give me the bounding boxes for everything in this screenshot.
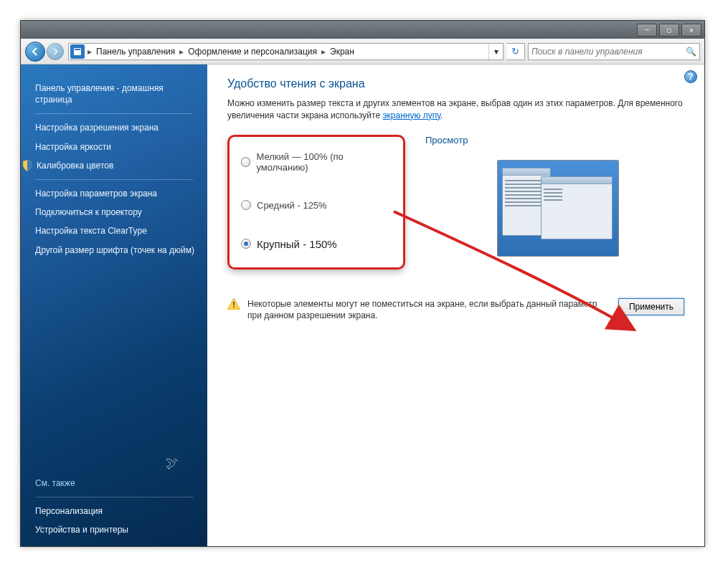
minimize-button[interactable]: ─: [637, 24, 657, 37]
sidebar-see-also-personalization[interactable]: Персонализация: [35, 502, 207, 520]
sidebar-item-display-settings[interactable]: Настройка параметров экрана: [35, 184, 207, 203]
radio-icon: [241, 200, 251, 210]
address-bar[interactable]: ▸ Панель управления ▸ Оформление и персо…: [68, 43, 504, 60]
bird-icon: 🕊: [166, 456, 179, 471]
sidebar: Панель управления - домашняя страница На…: [21, 65, 207, 546]
forward-button[interactable]: [47, 43, 64, 60]
radio-icon: [241, 239, 251, 249]
window-body: Панель управления - домашняя страница На…: [21, 65, 704, 546]
control-panel-window: ─ ▢ ✕ ▸ Панель управления ▸ Оформление и…: [20, 20, 705, 547]
nav-bar: ▸ Панель управления ▸ Оформление и персо…: [21, 39, 704, 65]
address-dropdown[interactable]: ▾: [488, 44, 503, 59]
warning-row: ! Некоторые элементы могут не поместитьс…: [227, 298, 684, 323]
breadcrumb-item[interactable]: Оформление и персонализация: [185, 47, 320, 57]
help-icon[interactable]: ?: [684, 70, 697, 83]
sidebar-item-label: Калибровка цветов: [37, 160, 113, 171]
sidebar-item-resolution[interactable]: Настройка разрешения экрана: [35, 118, 207, 137]
warning-icon: !: [227, 298, 240, 310]
maximize-button[interactable]: ▢: [659, 24, 679, 37]
titlebar: ─ ▢ ✕: [21, 21, 704, 39]
dpi-options-group: Мелкий — 100% (по умолчанию) Средний - 1…: [227, 135, 405, 270]
arrow-right-icon: [52, 48, 59, 55]
warning-text: Некоторые элементы могут не поместиться …: [247, 298, 604, 323]
radio-label: Средний - 125%: [257, 200, 327, 211]
arrow-left-icon: [31, 47, 39, 56]
radio-small[interactable]: Мелкий — 100% (по умолчанию): [241, 151, 392, 173]
page-title: Удобство чтения с экрана: [227, 77, 684, 90]
sidebar-item-projector[interactable]: Подключиться к проектору: [35, 203, 207, 221]
page-description: Можно изменить размер текста и других эл…: [227, 97, 684, 122]
chevron-right-icon: ▸: [86, 47, 93, 57]
search-icon: 🔍: [686, 47, 696, 57]
see-also-label: См. также: [35, 478, 207, 488]
radio-icon: [241, 157, 250, 167]
radio-medium[interactable]: Средний - 125%: [241, 200, 392, 211]
magnifier-link[interactable]: экранную лупу: [382, 110, 440, 120]
chevron-right-icon: ▸: [178, 47, 185, 57]
search-input[interactable]: [531, 47, 686, 57]
breadcrumb-item[interactable]: Панель управления: [93, 47, 178, 57]
sidebar-item-custom-dpi[interactable]: Другой размер шрифта (точек на дюйм): [35, 241, 207, 259]
separator: [35, 497, 193, 497]
sidebar-item-calibration[interactable]: Калибровка цветов: [22, 156, 207, 175]
main-content: ? Удобство чтения с экрана Можно изменит…: [207, 65, 704, 546]
breadcrumb-item[interactable]: Экран: [327, 47, 357, 57]
search-box[interactable]: 🔍: [528, 43, 700, 60]
refresh-button[interactable]: ↻: [506, 43, 525, 60]
radio-label: Крупный - 150%: [257, 238, 337, 250]
chevron-right-icon: ▸: [320, 47, 327, 57]
radio-large[interactable]: Крупный - 150%: [241, 238, 392, 250]
control-panel-icon: [70, 44, 85, 59]
sidebar-home-link[interactable]: Панель управления - домашняя страница: [35, 79, 207, 109]
shield-icon: [22, 160, 32, 171]
preview-label: Просмотр: [425, 135, 684, 146]
sidebar-item-cleartype[interactable]: Настройка текста ClearType: [35, 221, 207, 240]
svg-rect-1: [75, 49, 80, 50]
separator: [35, 179, 193, 180]
apply-button[interactable]: Применить: [618, 298, 684, 315]
preview-image: [497, 160, 619, 257]
close-button[interactable]: ✕: [681, 24, 701, 37]
back-button[interactable]: [25, 42, 45, 62]
separator: [35, 113, 193, 114]
sidebar-item-brightness[interactable]: Настройка яркости: [35, 138, 207, 156]
svg-text:!: !: [232, 300, 235, 309]
sidebar-see-also-devices[interactable]: Устройства и принтеры: [35, 520, 207, 539]
radio-label: Мелкий — 100% (по умолчанию): [256, 151, 392, 173]
